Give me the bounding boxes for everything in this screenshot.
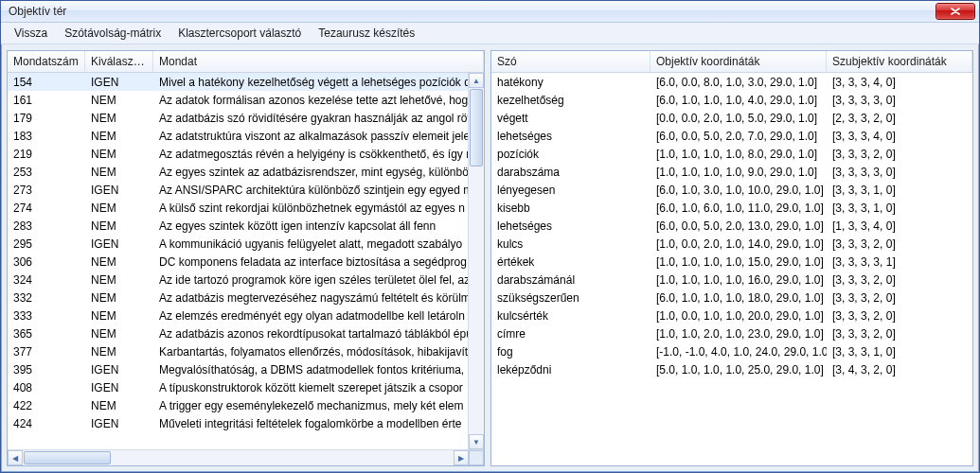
scroll-right-arrow-icon[interactable]: ▶ bbox=[454, 450, 469, 465]
table-row[interactable]: 365NEMAz adatbázis azonos rekordtípusoka… bbox=[8, 324, 469, 342]
cell-mondatszam: 408 bbox=[8, 381, 85, 394]
table-row[interactable]: értékek[1.0, 1.0, 1.0, 1.0, 15.0, 29.0, … bbox=[491, 253, 972, 271]
table-row[interactable]: leképződni[5.0, 1.0, 1.0, 1.0, 25.0, 29.… bbox=[491, 360, 972, 378]
cell-mondat: Megvalósíthatóság, a DBMS adatmodellek f… bbox=[153, 363, 469, 377]
scrollbar-corner bbox=[469, 450, 484, 465]
cell-mondatszam: 283 bbox=[8, 219, 85, 233]
cell-kivalasztva: IGEN bbox=[85, 184, 153, 197]
cell-mondat: Az ide tartozó programok köre igen széle… bbox=[153, 273, 469, 287]
cell-kivalasztva: IGEN bbox=[85, 237, 153, 251]
scroll-down-arrow-icon[interactable]: ▼ bbox=[469, 434, 484, 449]
col-kivalasztva[interactable]: Kiválasztva bbox=[85, 51, 153, 72]
cell-szo: kulcs bbox=[491, 237, 650, 251]
cell-szo: darabszámánál bbox=[491, 273, 650, 287]
table-row[interactable]: 183NEMAz adatstruktúra viszont az alkalm… bbox=[8, 127, 469, 145]
table-row[interactable]: 253NEMAz egyes szintek az adatbázisrends… bbox=[8, 163, 469, 181]
cell-szubjektiv: [3, 3, 3, 4, 0] bbox=[827, 130, 972, 143]
table-row[interactable]: 377NEMKarbantartás, folyamatos ellenőrzé… bbox=[8, 342, 469, 360]
cell-szo: lehetséges bbox=[491, 130, 650, 143]
cell-kivalasztva: IGEN bbox=[85, 381, 153, 394]
cell-mondat: Az adatmegosztás révén a helyigény is cs… bbox=[153, 148, 469, 161]
table-row[interactable]: végett[0.0, 0.0, 2.0, 1.0, 5.0, 29.0, 1.… bbox=[491, 109, 972, 127]
menu-vissza[interactable]: Vissza bbox=[7, 25, 55, 42]
cell-mondatszam: 219 bbox=[8, 148, 85, 161]
vertical-scrollbar[interactable]: ▲ ▼ bbox=[468, 73, 484, 449]
table-row[interactable]: 395IGENMegvalósíthatóság, a DBMS adatmod… bbox=[8, 360, 469, 378]
table-row[interactable]: 332NEMAz adatbázis megtervezéséhez nagys… bbox=[8, 289, 469, 307]
hscroll-track[interactable] bbox=[24, 450, 453, 465]
table-row[interactable]: kisebb[6.0, 1.0, 6.0, 1.0, 11.0, 29.0, 1… bbox=[491, 199, 972, 217]
cell-objektiv: [1.0, 1.0, 1.0, 1.0, 9.0, 29.0, 1.0] bbox=[650, 166, 827, 179]
table-row[interactable]: lehetséges[6.0, 0.0, 5.0, 2.0, 13.0, 29.… bbox=[491, 217, 972, 235]
table-row[interactable]: 295IGENA kommunikáció ugyanis felügyelet… bbox=[8, 235, 469, 253]
table-row[interactable]: darabszáma[1.0, 1.0, 1.0, 1.0, 9.0, 29.0… bbox=[491, 163, 972, 181]
table-row[interactable]: 161NEMAz adatok formálisan azonos kezelé… bbox=[8, 91, 469, 109]
col-objektiv[interactable]: Objektív koordináták bbox=[650, 51, 827, 72]
table-row[interactable]: hatékony[6.0, 0.0, 8.0, 1.0, 3.0, 29.0, … bbox=[491, 73, 972, 91]
menu-klasztercsoport-valaszto[interactable]: Klasztercsoport választó bbox=[170, 25, 309, 42]
table-row[interactable]: kulcs[1.0, 0.0, 2.0, 1.0, 14.0, 29.0, 1.… bbox=[491, 235, 972, 253]
table-row[interactable]: 408IGENA típuskonstruktorok között kieme… bbox=[8, 378, 469, 396]
table-row[interactable]: 324NEMAz ide tartozó programok köre igen… bbox=[8, 271, 469, 289]
table-row[interactable]: kezelhetőség[6.0, 1.0, 1.0, 1.0, 4.0, 29… bbox=[491, 91, 972, 109]
cell-mondatszam: 333 bbox=[8, 309, 85, 323]
cell-szubjektiv: [3, 3, 3, 1, 0] bbox=[827, 201, 972, 215]
scroll-thumb[interactable] bbox=[470, 89, 483, 166]
sentences-grid: Mondatszám Kiválasztva Mondat 154IGENMiv… bbox=[7, 50, 485, 466]
scroll-left-arrow-icon[interactable]: ◀ bbox=[8, 450, 23, 465]
table-row[interactable]: 424IGENMűveleti integritási feltételek f… bbox=[8, 414, 469, 432]
table-row[interactable]: 306NEMDC komponens feladata az interface… bbox=[8, 253, 469, 271]
scroll-track[interactable] bbox=[469, 89, 484, 433]
cell-szo: címre bbox=[491, 327, 650, 341]
table-row[interactable]: fog[-1.0, -1.0, 4.0, 1.0, 24.0, 29.0, 1.… bbox=[491, 342, 972, 360]
table-row[interactable]: szükségszerűen[6.0, 1.0, 1.0, 1.0, 18.0,… bbox=[491, 289, 972, 307]
close-button[interactable] bbox=[935, 3, 975, 20]
cell-objektiv: [5.0, 1.0, 1.0, 1.0, 25.0, 29.0, 1.0] bbox=[650, 363, 827, 377]
table-row[interactable]: lehetséges[6.0, 0.0, 5.0, 2.0, 7.0, 29.0… bbox=[491, 127, 972, 145]
cell-objektiv: [1.0, 1.0, 1.0, 1.0, 8.0, 29.0, 1.0] bbox=[650, 148, 827, 161]
hscroll-thumb[interactable] bbox=[24, 451, 111, 464]
table-row[interactable]: 422NEMA trigger egy eseménylekezelő mech… bbox=[8, 396, 469, 414]
cell-objektiv: [6.0, 0.0, 5.0, 2.0, 13.0, 29.0, 1.0] bbox=[650, 219, 827, 233]
col-mondat[interactable]: Mondat bbox=[153, 51, 484, 72]
table-row[interactable]: lényegesen[6.0, 1.0, 3.0, 1.0, 10.0, 29.… bbox=[491, 181, 972, 199]
cell-szubjektiv: [3, 3, 3, 1, 0] bbox=[827, 184, 972, 197]
cell-mondatszam: 183 bbox=[8, 130, 85, 143]
cell-objektiv: [1.0, 0.0, 2.0, 1.0, 14.0, 29.0, 1.0] bbox=[650, 237, 827, 251]
table-row[interactable]: 219NEMAz adatmegosztás révén a helyigény… bbox=[8, 145, 469, 163]
cell-szo: pozíciók bbox=[491, 148, 650, 161]
table-row[interactable]: 179NEMAz adatbázis szó rövidítésére gyak… bbox=[8, 109, 469, 127]
cell-mondat: Az adatstruktúra viszont az alkalmazások… bbox=[153, 130, 469, 143]
cell-objektiv: [1.0, 1.0, 1.0, 1.0, 15.0, 29.0, 1.0] bbox=[650, 255, 827, 269]
table-row[interactable]: 333NEMAz elemzés eredményét egy olyan ad… bbox=[8, 307, 469, 324]
cell-kivalasztva: NEM bbox=[85, 255, 153, 269]
table-row[interactable]: darabszámánál[1.0, 1.0, 1.0, 1.0, 16.0, … bbox=[491, 271, 972, 289]
cell-szubjektiv: [3, 3, 3, 2, 0] bbox=[827, 327, 972, 341]
cell-kivalasztva: NEM bbox=[85, 166, 153, 179]
table-row[interactable]: 274NEMA külső szint rekordjai különbözhe… bbox=[8, 199, 469, 217]
col-szo[interactable]: Szó bbox=[491, 51, 650, 72]
table-row[interactable]: címre[1.0, 1.0, 2.0, 1.0, 23.0, 29.0, 1.… bbox=[491, 324, 972, 342]
col-szubjektiv[interactable]: Szubjektív koordináták bbox=[827, 51, 972, 72]
menu-tezaurusz-keszites[interactable]: Tezaurusz készítés bbox=[311, 25, 422, 42]
cell-mondat: Karbantartás, folyamatos ellenőrzés, mód… bbox=[153, 345, 469, 359]
table-row[interactable]: pozíciók[1.0, 1.0, 1.0, 1.0, 8.0, 29.0, … bbox=[491, 145, 972, 163]
cell-mondatszam: 154 bbox=[8, 76, 85, 89]
menu-szotavolsag-matrix[interactable]: Szótávolság-mátrix bbox=[57, 25, 169, 42]
cell-kivalasztva: NEM bbox=[85, 345, 153, 359]
table-row[interactable]: 283NEMAz egyes szintek között igen inten… bbox=[8, 217, 469, 235]
cell-kivalasztva: IGEN bbox=[85, 76, 153, 89]
cell-kivalasztva: NEM bbox=[85, 273, 153, 287]
table-row[interactable]: kulcsérték[1.0, 0.0, 1.0, 1.0, 20.0, 29.… bbox=[491, 307, 972, 324]
cell-mondatszam: 332 bbox=[8, 291, 85, 305]
cell-szubjektiv: [3, 3, 3, 2, 0] bbox=[827, 309, 972, 323]
cell-kivalasztva: NEM bbox=[85, 130, 153, 143]
table-row[interactable]: 273IGENAz ANSI/SPARC architektúra különb… bbox=[8, 181, 469, 199]
cell-mondat: Az elemzés eredményét egy olyan adatmode… bbox=[153, 309, 469, 323]
cell-objektiv: [-1.0, -1.0, 4.0, 1.0, 24.0, 29.0, 1.0] bbox=[650, 345, 827, 359]
table-row[interactable]: 154IGENMivel a hatékony kezelhetőség vég… bbox=[8, 73, 469, 91]
col-mondatszam[interactable]: Mondatszám bbox=[8, 51, 85, 72]
sentences-grid-body: 154IGENMivel a hatékony kezelhetőség vég… bbox=[8, 73, 484, 449]
scroll-up-arrow-icon[interactable]: ▲ bbox=[469, 73, 484, 88]
horizontal-scrollbar[interactable]: ◀ ▶ bbox=[8, 449, 484, 465]
